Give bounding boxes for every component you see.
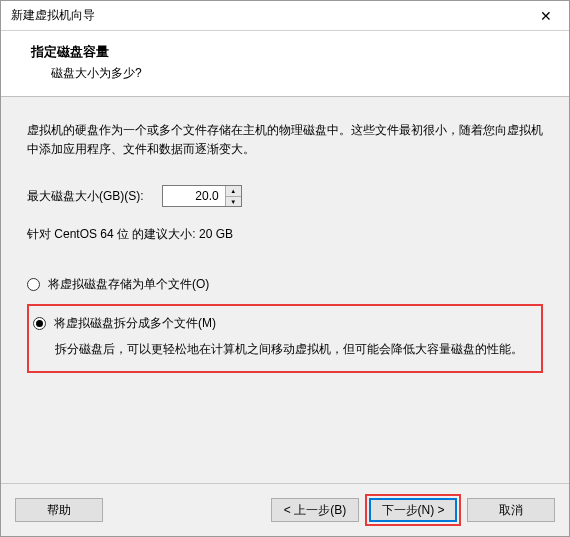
disk-size-row: 最大磁盘大小(GB)(S): ▲ ▼: [27, 185, 543, 207]
radio-icon: [33, 317, 46, 330]
radio-split-files[interactable]: 将虚拟磁盘拆分成多个文件(M): [33, 314, 531, 333]
content-area: 虚拟机的硬盘作为一个或多个文件存储在主机的物理磁盘中。这些文件最初很小，随着您向…: [1, 97, 569, 483]
disk-size-label: 最大磁盘大小(GB)(S):: [27, 187, 144, 206]
back-button[interactable]: < 上一步(B): [271, 498, 359, 522]
page-title: 指定磁盘容量: [31, 43, 549, 61]
next-highlight: 下一步(N) >: [365, 494, 461, 526]
spinner-up-icon[interactable]: ▲: [226, 186, 241, 197]
radio-single-file[interactable]: 将虚拟磁盘存储为单个文件(O): [27, 275, 543, 294]
footer-bar: 帮助 < 上一步(B) 下一步(N) > 取消: [1, 483, 569, 536]
split-description: 拆分磁盘后，可以更轻松地在计算机之间移动虚拟机，但可能会降低大容量磁盘的性能。: [33, 339, 531, 359]
radio-split-label: 将虚拟磁盘拆分成多个文件(M): [54, 314, 216, 333]
disk-size-spinner[interactable]: ▲ ▼: [162, 185, 242, 207]
recommended-size-text: 针对 CentOS 64 位 的建议大小: 20 GB: [27, 225, 543, 244]
next-button[interactable]: 下一步(N) >: [369, 498, 457, 522]
highlighted-option: 将虚拟磁盘拆分成多个文件(M) 拆分磁盘后，可以更轻松地在计算机之间移动虚拟机，…: [27, 304, 543, 374]
wizard-window: 新建虚拟机向导 ✕ 指定磁盘容量 磁盘大小为多少? 虚拟机的硬盘作为一个或多个文…: [0, 0, 570, 537]
titlebar: 新建虚拟机向导 ✕: [1, 1, 569, 31]
spinner-buttons: ▲ ▼: [225, 186, 241, 206]
header-panel: 指定磁盘容量 磁盘大小为多少?: [1, 31, 569, 97]
help-button[interactable]: 帮助: [15, 498, 103, 522]
spinner-down-icon[interactable]: ▼: [226, 197, 241, 207]
radio-single-label: 将虚拟磁盘存储为单个文件(O): [48, 275, 209, 294]
close-icon[interactable]: ✕: [531, 4, 561, 28]
radio-icon: [27, 278, 40, 291]
description-text: 虚拟机的硬盘作为一个或多个文件存储在主机的物理磁盘中。这些文件最初很小，随着您向…: [27, 121, 543, 159]
window-title: 新建虚拟机向导: [11, 7, 95, 24]
page-subtitle: 磁盘大小为多少?: [31, 65, 549, 82]
cancel-button[interactable]: 取消: [467, 498, 555, 522]
disk-size-input[interactable]: [163, 186, 225, 206]
footer-right-group: < 上一步(B) 下一步(N) > 取消: [271, 494, 555, 526]
